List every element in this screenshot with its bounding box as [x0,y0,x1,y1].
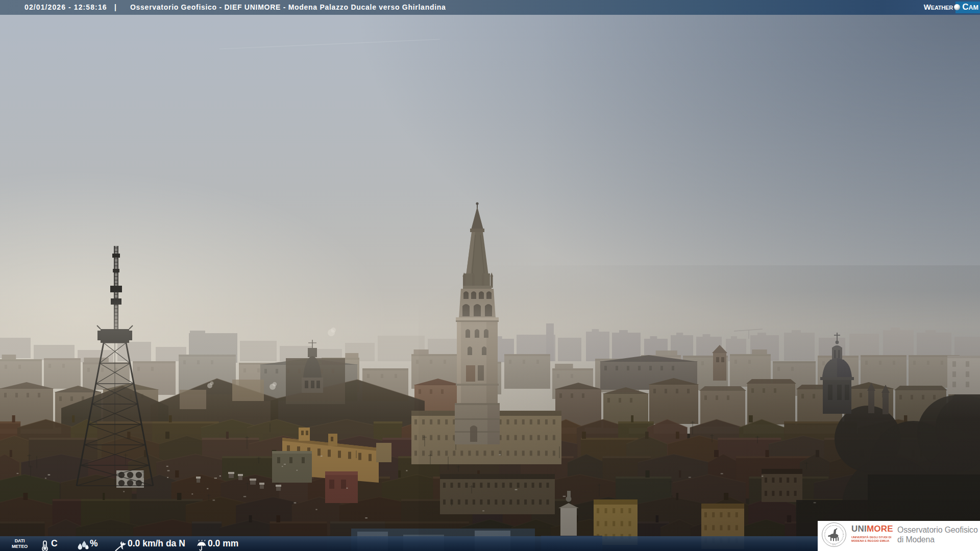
svg-text:1175: 1175 [832,544,836,546]
